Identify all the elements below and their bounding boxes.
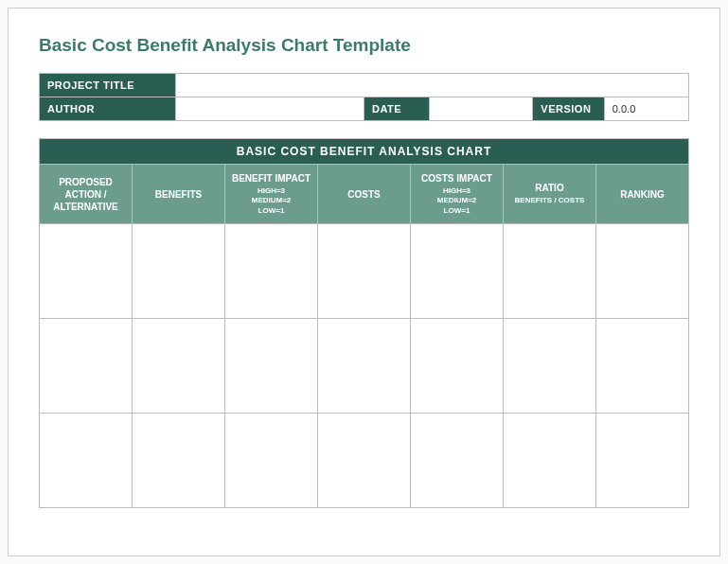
col-header-benefit-impact-sub: HIGH=3MEDIUM=2LOW=1	[229, 186, 313, 216]
cell-benefits[interactable]	[133, 414, 225, 508]
cell-ratio[interactable]	[504, 319, 596, 414]
meta-table: PROJECT TITLE AUTHOR DATE VERSION 0.0.0	[39, 73, 689, 121]
version-label: VERSION	[533, 97, 604, 121]
col-header-benefit-impact-main: BENEFIT IMPACT	[232, 173, 311, 184]
col-header-costs-impact: COSTS IMPACT HIGH=3MEDIUM=2LOW=1	[411, 165, 504, 224]
cell-benefits[interactable]	[133, 224, 225, 319]
col-header-benefits: BENEFITS	[133, 165, 225, 224]
cell-costs[interactable]	[318, 319, 411, 414]
analysis-chart-table: BASIC COST BENEFIT ANALYSIS CHART PROPOS…	[39, 138, 689, 508]
project-title-field[interactable]	[176, 74, 689, 97]
col-header-costs: COSTS	[318, 165, 411, 224]
col-header-ratio: RATIO BENEFITS / COSTS	[504, 165, 596, 224]
author-label: AUTHOR	[40, 97, 176, 121]
version-field[interactable]: 0.0.0	[604, 97, 688, 121]
cell-action[interactable]	[40, 319, 133, 414]
cell-ranking[interactable]	[596, 224, 689, 319]
cell-costs-impact[interactable]	[411, 414, 504, 508]
cell-ranking[interactable]	[596, 319, 689, 414]
table-row	[40, 224, 689, 319]
date-field[interactable]	[429, 97, 533, 121]
cell-costs-impact[interactable]	[411, 319, 504, 414]
table-row	[40, 414, 689, 508]
col-header-benefit-impact: BENEFIT IMPACT HIGH=3MEDIUM=2LOW=1	[225, 165, 318, 224]
cell-ranking[interactable]	[596, 414, 689, 508]
cell-costs[interactable]	[318, 414, 411, 508]
cell-benefits[interactable]	[133, 319, 225, 414]
chart-heading: BASIC COST BENEFIT ANALYSIS CHART	[40, 139, 689, 165]
cell-costs-impact[interactable]	[411, 224, 504, 319]
document-page: Basic Cost Benefit Analysis Chart Templa…	[8, 8, 720, 556]
cell-ratio[interactable]	[504, 224, 596, 319]
page-title: Basic Cost Benefit Analysis Chart Templa…	[39, 35, 689, 56]
table-row	[40, 319, 689, 414]
col-header-ratio-main: RATIO	[535, 183, 563, 193]
col-header-action: PROPOSED ACTION / ALTERNATIVE	[40, 165, 133, 224]
cell-action[interactable]	[40, 414, 133, 508]
cell-benefit-impact[interactable]	[225, 319, 318, 414]
cell-costs[interactable]	[318, 224, 411, 319]
cell-ratio[interactable]	[504, 414, 596, 508]
cell-benefit-impact[interactable]	[225, 414, 318, 508]
col-header-costs-impact-sub: HIGH=3MEDIUM=2LOW=1	[415, 186, 499, 216]
col-header-ratio-sub: BENEFITS / COSTS	[507, 196, 592, 205]
cell-action[interactable]	[40, 224, 133, 319]
cell-benefit-impact[interactable]	[225, 224, 318, 319]
project-title-label: PROJECT TITLE	[40, 74, 176, 97]
chart-header-row: PROPOSED ACTION / ALTERNATIVE BENEFITS B…	[40, 165, 689, 224]
col-header-costs-impact-main: COSTS IMPACT	[421, 173, 492, 184]
date-label: DATE	[364, 97, 429, 121]
col-header-ranking: RANKING	[596, 165, 689, 224]
author-field[interactable]	[176, 97, 364, 121]
